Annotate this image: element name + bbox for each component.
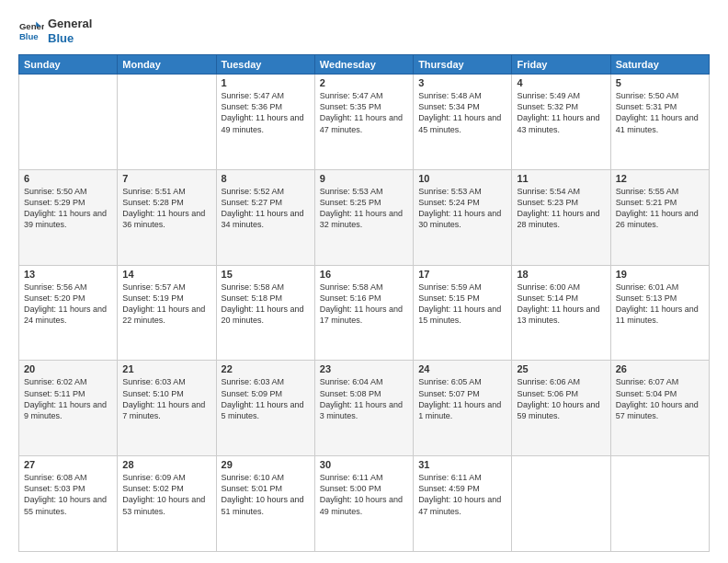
week-row-3: 13Sunrise: 5:56 AMSunset: 5:20 PMDayligh…: [19, 265, 710, 361]
cell-content: Sunrise: 5:56 AMSunset: 5:20 PMDaylight:…: [24, 282, 112, 327]
cell-content: Sunrise: 5:50 AMSunset: 5:31 PMDaylight:…: [616, 90, 704, 135]
cell-content: Sunrise: 6:06 AMSunset: 5:06 PMDaylight:…: [517, 376, 605, 421]
day-number: 10: [418, 173, 506, 184]
cell-content: Sunrise: 5:55 AMSunset: 5:21 PMDaylight:…: [616, 186, 704, 231]
cell-content: Sunrise: 5:53 AMSunset: 5:25 PMDaylight:…: [320, 186, 408, 231]
calendar-cell: 1Sunrise: 5:47 AMSunset: 5:36 PMDaylight…: [216, 75, 314, 170]
day-number: 8: [222, 173, 310, 184]
calendar-cell: [512, 456, 610, 552]
cell-content: Sunrise: 5:51 AMSunset: 5:28 PMDaylight:…: [122, 186, 210, 231]
calendar-cell: 14Sunrise: 5:57 AMSunset: 5:19 PMDayligh…: [118, 265, 216, 361]
week-row-5: 27Sunrise: 6:08 AMSunset: 5:03 PMDayligh…: [19, 456, 710, 552]
cell-content: Sunrise: 5:52 AMSunset: 5:27 PMDaylight:…: [222, 186, 310, 231]
cell-content: Sunrise: 6:08 AMSunset: 5:03 PMDaylight:…: [24, 472, 112, 517]
cell-content: Sunrise: 5:47 AMSunset: 5:35 PMDaylight:…: [320, 90, 408, 135]
day-number: 5: [616, 77, 704, 88]
calendar-cell: 18Sunrise: 6:00 AMSunset: 5:14 PMDayligh…: [512, 265, 610, 361]
day-number: 4: [517, 77, 605, 88]
cell-content: Sunrise: 6:11 AMSunset: 4:59 PMDaylight:…: [418, 472, 506, 517]
calendar-cell: 22Sunrise: 6:03 AMSunset: 5:09 PMDayligh…: [216, 361, 314, 456]
day-number: 9: [320, 173, 408, 184]
weekday-header-wednesday: Wednesday: [314, 55, 413, 75]
logo-line1: General: [48, 17, 92, 31]
weekday-header-row: SundayMondayTuesdayWednesdayThursdayFrid…: [19, 55, 710, 75]
cell-content: Sunrise: 6:11 AMSunset: 5:00 PMDaylight:…: [320, 472, 408, 517]
cell-content: Sunrise: 5:57 AMSunset: 5:19 PMDaylight:…: [122, 282, 210, 327]
calendar-cell: 8Sunrise: 5:52 AMSunset: 5:27 PMDaylight…: [216, 169, 314, 265]
cell-content: Sunrise: 6:07 AMSunset: 5:04 PMDaylight:…: [616, 376, 704, 421]
cell-content: Sunrise: 6:01 AMSunset: 5:13 PMDaylight:…: [616, 282, 704, 327]
calendar-cell: 21Sunrise: 6:03 AMSunset: 5:10 PMDayligh…: [118, 361, 216, 456]
day-number: 30: [320, 459, 408, 470]
weekday-header-tuesday: Tuesday: [216, 55, 314, 75]
day-number: 3: [418, 77, 506, 88]
day-number: 6: [24, 173, 112, 184]
calendar-table: SundayMondayTuesdayWednesdayThursdayFrid…: [18, 54, 710, 552]
day-number: 19: [616, 269, 704, 280]
day-number: 2: [320, 77, 408, 88]
day-number: 31: [418, 459, 506, 470]
cell-content: Sunrise: 5:49 AMSunset: 5:32 PMDaylight:…: [517, 90, 605, 135]
day-number: 16: [320, 269, 408, 280]
cell-content: Sunrise: 6:00 AMSunset: 5:14 PMDaylight:…: [517, 282, 605, 327]
logo: General Blue General Blue: [18, 17, 92, 45]
cell-content: Sunrise: 5:58 AMSunset: 5:18 PMDaylight:…: [222, 282, 310, 327]
cell-content: Sunrise: 5:53 AMSunset: 5:24 PMDaylight:…: [418, 186, 506, 231]
calendar-cell: 11Sunrise: 5:54 AMSunset: 5:23 PMDayligh…: [512, 169, 610, 265]
day-number: 12: [616, 173, 704, 184]
day-number: 26: [616, 363, 704, 374]
calendar-cell: 6Sunrise: 5:50 AMSunset: 5:29 PMDaylight…: [19, 169, 118, 265]
cell-content: Sunrise: 5:47 AMSunset: 5:36 PMDaylight:…: [222, 90, 310, 135]
day-number: 28: [122, 459, 210, 470]
calendar-cell: 4Sunrise: 5:49 AMSunset: 5:32 PMDaylight…: [512, 75, 610, 170]
calendar-cell: 7Sunrise: 5:51 AMSunset: 5:28 PMDaylight…: [118, 169, 216, 265]
weekday-header-friday: Friday: [512, 55, 610, 75]
calendar-cell: 13Sunrise: 5:56 AMSunset: 5:20 PMDayligh…: [19, 265, 118, 361]
day-number: 7: [122, 173, 210, 184]
calendar-cell: 3Sunrise: 5:48 AMSunset: 5:34 PMDaylight…: [414, 75, 512, 170]
weekday-header-saturday: Saturday: [610, 55, 709, 75]
calendar-cell: 26Sunrise: 6:07 AMSunset: 5:04 PMDayligh…: [610, 361, 709, 456]
cell-content: Sunrise: 5:54 AMSunset: 5:23 PMDaylight:…: [517, 186, 605, 231]
calendar-cell: 20Sunrise: 6:02 AMSunset: 5:11 PMDayligh…: [19, 361, 118, 456]
logo-line2: Blue: [48, 31, 92, 46]
calendar-cell: [610, 456, 709, 552]
cell-content: Sunrise: 5:59 AMSunset: 5:15 PMDaylight:…: [418, 282, 506, 327]
calendar-cell: 27Sunrise: 6:08 AMSunset: 5:03 PMDayligh…: [19, 456, 118, 552]
day-number: 13: [24, 269, 112, 280]
calendar-cell: 12Sunrise: 5:55 AMSunset: 5:21 PMDayligh…: [610, 169, 709, 265]
calendar-cell: [118, 75, 216, 170]
weekday-header-sunday: Sunday: [19, 55, 118, 75]
calendar-cell: [19, 75, 118, 170]
day-number: 18: [517, 269, 605, 280]
weekday-header-monday: Monday: [118, 55, 216, 75]
calendar-cell: 19Sunrise: 6:01 AMSunset: 5:13 PMDayligh…: [610, 265, 709, 361]
cell-content: Sunrise: 6:03 AMSunset: 5:09 PMDaylight:…: [222, 376, 310, 421]
calendar-cell: 5Sunrise: 5:50 AMSunset: 5:31 PMDaylight…: [610, 75, 709, 170]
calendar-cell: 16Sunrise: 5:58 AMSunset: 5:16 PMDayligh…: [314, 265, 413, 361]
weekday-header-thursday: Thursday: [414, 55, 512, 75]
day-number: 11: [517, 173, 605, 184]
day-number: 20: [24, 363, 112, 374]
week-row-4: 20Sunrise: 6:02 AMSunset: 5:11 PMDayligh…: [19, 361, 710, 456]
day-number: 1: [222, 77, 310, 88]
calendar-cell: 10Sunrise: 5:53 AMSunset: 5:24 PMDayligh…: [414, 169, 512, 265]
cell-content: Sunrise: 6:10 AMSunset: 5:01 PMDaylight:…: [222, 472, 310, 517]
logo-icon: General Blue: [18, 18, 44, 44]
day-number: 27: [24, 459, 112, 470]
calendar-cell: 23Sunrise: 6:04 AMSunset: 5:08 PMDayligh…: [314, 361, 413, 456]
cell-content: Sunrise: 5:58 AMSunset: 5:16 PMDaylight:…: [320, 282, 408, 327]
calendar-cell: 9Sunrise: 5:53 AMSunset: 5:25 PMDaylight…: [314, 169, 413, 265]
day-number: 23: [320, 363, 408, 374]
day-number: 14: [122, 269, 210, 280]
day-number: 22: [222, 363, 310, 374]
day-number: 29: [222, 459, 310, 470]
calendar-cell: 25Sunrise: 6:06 AMSunset: 5:06 PMDayligh…: [512, 361, 610, 456]
calendar-cell: 30Sunrise: 6:11 AMSunset: 5:00 PMDayligh…: [314, 456, 413, 552]
cell-content: Sunrise: 6:02 AMSunset: 5:11 PMDaylight:…: [24, 376, 112, 421]
day-number: 21: [122, 363, 210, 374]
calendar-cell: 2Sunrise: 5:47 AMSunset: 5:35 PMDaylight…: [314, 75, 413, 170]
cell-content: Sunrise: 6:03 AMSunset: 5:10 PMDaylight:…: [122, 376, 210, 421]
calendar-cell: 29Sunrise: 6:10 AMSunset: 5:01 PMDayligh…: [216, 456, 314, 552]
cell-content: Sunrise: 5:50 AMSunset: 5:29 PMDaylight:…: [24, 186, 112, 231]
